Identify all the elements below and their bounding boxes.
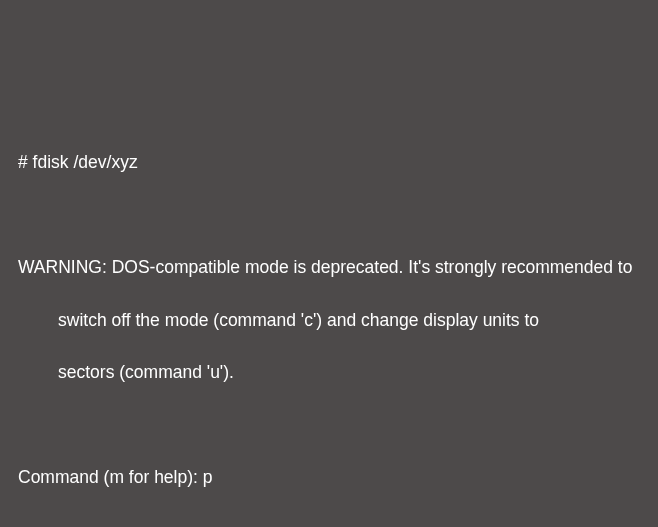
blank-line	[18, 202, 640, 228]
warning-line-2: switch off the mode (command 'c') and ch…	[18, 307, 640, 333]
command-line: # fdisk /dev/xyz	[18, 149, 640, 175]
terminal-output: # fdisk /dev/xyz WARNING: DOS-compatible…	[18, 123, 640, 527]
warning-line-3: sectors (command 'u').	[18, 359, 640, 385]
command-prompt: Command (m for help): p	[18, 464, 640, 490]
prompt-input[interactable]: p	[203, 467, 213, 487]
blank-line	[18, 517, 640, 527]
blank-line	[18, 412, 640, 438]
warning-line-1: WARNING: DOS-compatible mode is deprecat…	[18, 254, 640, 280]
prompt-label: Command (m for help):	[18, 467, 203, 487]
